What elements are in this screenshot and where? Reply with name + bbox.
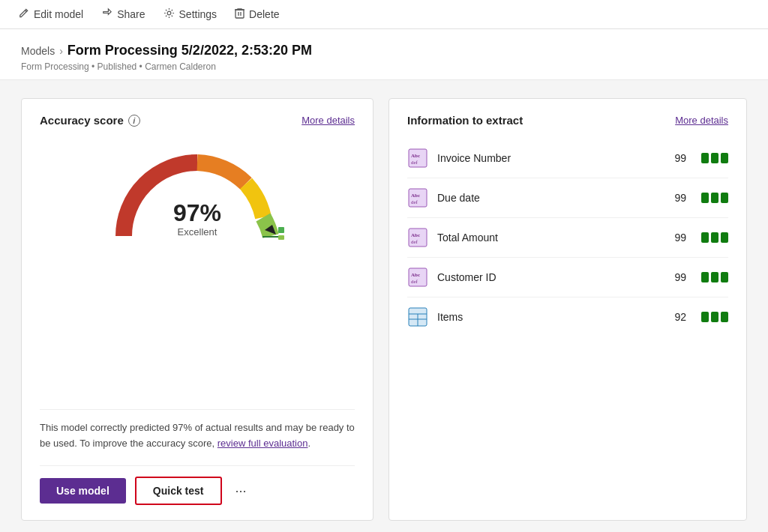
bar2 bbox=[711, 232, 718, 243]
bar3 bbox=[721, 312, 728, 322]
field-name-total: Total Amount bbox=[437, 232, 659, 244]
accuracy-card: Accuracy score i More details bbox=[21, 98, 374, 521]
bar2 bbox=[711, 272, 718, 282]
list-item: Abc def Due date 99 bbox=[407, 178, 728, 218]
text-field-icon: Abc def bbox=[407, 267, 428, 288]
svg-text:Abc: Abc bbox=[411, 272, 420, 278]
extract-title: Information to extract bbox=[407, 114, 523, 127]
svg-text:Abc: Abc bbox=[411, 193, 420, 199]
field-score-duedate: 99 bbox=[668, 192, 686, 204]
quick-test-button[interactable]: Quick test bbox=[135, 477, 222, 505]
bar2 bbox=[711, 312, 718, 322]
gauge-svg: 97% Excellent bbox=[107, 146, 287, 244]
field-score-items: 92 bbox=[668, 311, 686, 323]
breadcrumb: Models › Form Processing 5/2/2022, 2:53:… bbox=[21, 43, 747, 58]
svg-text:def: def bbox=[411, 239, 418, 245]
settings-icon bbox=[164, 7, 175, 21]
share-icon bbox=[101, 7, 112, 21]
bar1 bbox=[701, 193, 709, 203]
gauge-label: 97% Excellent bbox=[173, 201, 221, 238]
field-name-items: Items bbox=[437, 311, 659, 323]
breadcrumb-current: Form Processing 5/2/2022, 2:53:20 PM bbox=[68, 43, 312, 58]
delete-label: Delete bbox=[249, 8, 279, 20]
gauge-container: 97% Excellent bbox=[40, 139, 355, 399]
share-button[interactable]: Share bbox=[101, 7, 145, 21]
text-field-icon: Abc def bbox=[407, 227, 428, 248]
field-score-total: 99 bbox=[668, 232, 686, 244]
field-name-invoice: Invoice Number bbox=[437, 152, 659, 164]
bar1 bbox=[701, 272, 709, 282]
sub-info: Form Processing • Published • Carmen Cal… bbox=[21, 61, 747, 72]
score-bars-total bbox=[701, 232, 728, 243]
bar1 bbox=[701, 312, 709, 322]
svg-text:def: def bbox=[411, 279, 418, 285]
accuracy-description: This model correctly predicted 97% of ac… bbox=[40, 409, 355, 452]
table-field-icon bbox=[407, 306, 428, 327]
gauge-percent: 97% bbox=[173, 201, 221, 225]
bar1 bbox=[701, 232, 709, 243]
info-icon[interactable]: i bbox=[128, 115, 140, 127]
bar1 bbox=[701, 153, 709, 163]
delete-button[interactable]: Delete bbox=[235, 7, 279, 21]
edit-model-button[interactable]: Edit model bbox=[18, 7, 83, 21]
action-bar: Use model Quick test ··· bbox=[40, 465, 355, 505]
bar3 bbox=[721, 272, 728, 282]
score-bars-duedate bbox=[701, 193, 728, 203]
edit-icon bbox=[18, 7, 29, 21]
gauge-excellent: Excellent bbox=[173, 226, 221, 238]
list-item: Abc def Total Amount 99 bbox=[407, 218, 728, 258]
bar2 bbox=[711, 153, 718, 163]
edit-model-label: Edit model bbox=[34, 8, 83, 20]
svg-text:def: def bbox=[411, 199, 418, 205]
fields-list: Abc def Invoice Number 99 Abc def D bbox=[407, 139, 728, 336]
field-name-customerid: Customer ID bbox=[437, 271, 659, 283]
svg-rect-1 bbox=[236, 10, 244, 18]
extract-more-details-link[interactable]: More details bbox=[675, 115, 728, 126]
settings-button[interactable]: Settings bbox=[164, 7, 218, 21]
extract-card-header: Information to extract More details bbox=[407, 114, 728, 127]
text-field-icon: Abc def bbox=[407, 148, 428, 169]
breadcrumb-separator: › bbox=[59, 45, 63, 57]
accuracy-more-details-link[interactable]: More details bbox=[302, 115, 355, 126]
svg-rect-3 bbox=[278, 227, 284, 233]
more-options-button[interactable]: ··· bbox=[231, 480, 251, 502]
svg-text:def: def bbox=[411, 160, 418, 166]
main-content: Accuracy score i More details bbox=[0, 80, 768, 532]
list-item: Abc def Invoice Number 99 bbox=[407, 139, 728, 178]
settings-label: Settings bbox=[179, 8, 218, 20]
bar3 bbox=[721, 232, 728, 243]
score-bars-customerid bbox=[701, 272, 728, 282]
field-score-customerid: 99 bbox=[668, 271, 686, 283]
text-field-icon: Abc def bbox=[407, 187, 428, 208]
svg-text:Abc: Abc bbox=[411, 153, 420, 159]
share-label: Share bbox=[117, 8, 145, 20]
field-score-invoice: 99 bbox=[668, 152, 686, 164]
list-item: Items 92 bbox=[407, 297, 728, 336]
svg-point-0 bbox=[167, 11, 171, 15]
review-evaluation-link[interactable]: review full evaluation bbox=[218, 438, 308, 449]
extract-card: Information to extract More details Abc … bbox=[388, 98, 747, 521]
svg-text:Abc: Abc bbox=[411, 232, 420, 238]
breadcrumb-area: Models › Form Processing 5/2/2022, 2:53:… bbox=[0, 29, 768, 80]
score-bars-items bbox=[701, 312, 728, 322]
toolbar: Edit model Share Settings Delete bbox=[0, 0, 768, 29]
accuracy-card-header: Accuracy score i More details bbox=[40, 114, 355, 127]
field-name-duedate: Due date bbox=[437, 192, 659, 204]
score-bars-invoice bbox=[701, 153, 728, 163]
use-model-button[interactable]: Use model bbox=[40, 478, 126, 504]
accuracy-title: Accuracy score i bbox=[40, 114, 140, 127]
bar3 bbox=[721, 193, 728, 203]
breadcrumb-parent[interactable]: Models bbox=[21, 45, 55, 57]
bar2 bbox=[711, 193, 718, 203]
list-item: Abc def Customer ID 99 bbox=[407, 258, 728, 297]
delete-icon bbox=[235, 7, 244, 21]
svg-rect-4 bbox=[278, 235, 284, 240]
bar3 bbox=[721, 153, 728, 163]
